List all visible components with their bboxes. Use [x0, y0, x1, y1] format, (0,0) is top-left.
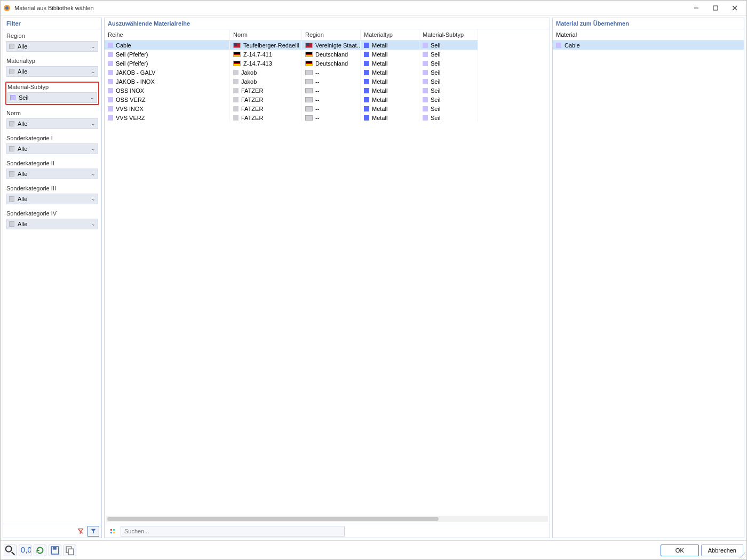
filter-sk1-combo[interactable]: Alle⌄ [6, 143, 98, 154]
close-button[interactable] [725, 1, 744, 15]
filter-sk3-combo[interactable]: Alle⌄ [6, 194, 98, 204]
svg-text:0,00: 0,00 [21, 545, 31, 554]
cell-region[interactable]: -- [302, 113, 361, 122]
column-header[interactable]: Norm [230, 29, 302, 41]
swatch-icon [10, 95, 15, 100]
cell-norm[interactable]: Teufelberger-Redaelli [230, 41, 302, 50]
tool-units-button[interactable]: 0,00 [19, 545, 31, 556]
swatch-icon [108, 115, 113, 121]
cell-reihe[interactable]: Seil (Pfeifer) [105, 59, 230, 68]
cancel-button[interactable]: Abbrechen [701, 545, 743, 556]
filter-norm-combo[interactable]: Alle⌄ [6, 118, 98, 129]
cell-typ[interactable]: Metall [361, 86, 419, 95]
flag-icon [233, 52, 241, 57]
cell-sub[interactable]: Seil [419, 86, 478, 95]
swatch-icon [423, 79, 428, 84]
cell-norm[interactable]: Jakob [230, 77, 302, 86]
cell-region[interactable]: Vereinigte Staat... [302, 41, 361, 50]
cell-reihe[interactable]: OSS VERZ [105, 95, 230, 104]
material-row[interactable]: Cable [553, 41, 744, 50]
cell-typ[interactable]: Metall [361, 77, 419, 86]
cell-typ[interactable]: Metall [361, 41, 419, 50]
filter-panel-title: Filter [3, 18, 101, 29]
swatch-icon [108, 97, 113, 102]
cell-text: Cable [116, 42, 131, 49]
svg-rect-15 [53, 547, 57, 550]
cell-norm[interactable]: FATZER [230, 113, 302, 122]
horizontal-scrollbar[interactable] [106, 516, 548, 522]
cell-reihe[interactable]: Seil (Pfeifer) [105, 50, 230, 59]
column-header[interactable]: Materialtyp [361, 29, 419, 41]
cell-reihe[interactable]: JAKOB - INOX [105, 77, 230, 86]
cell-typ[interactable]: Metall [361, 59, 419, 68]
tool-refresh-button[interactable] [34, 545, 46, 556]
column-header[interactable]: Material-Subtyp [419, 29, 478, 41]
cell-sub[interactable]: Seil [419, 95, 478, 104]
cell-reihe[interactable]: VVS VERZ [105, 113, 230, 122]
cell-reihe[interactable]: VVS INOX [105, 104, 230, 113]
cell-text: Deutschland [315, 51, 348, 58]
cell-reihe[interactable]: OSS INOX [105, 86, 230, 95]
filter-mattyp-combo[interactable]: Alle⌄ [6, 66, 98, 77]
swatch-icon [423, 43, 428, 48]
filter-sk4-combo[interactable]: Alle⌄ [6, 219, 98, 229]
cell-sub[interactable]: Seil [419, 50, 478, 59]
cell-norm[interactable]: Z-14.7-413 [230, 59, 302, 68]
cell-sub[interactable]: Seil [419, 59, 478, 68]
resize-grip[interactable] [739, 552, 745, 558]
clear-filter-button[interactable] [75, 526, 86, 537]
cell-text: VVS INOX [116, 106, 144, 112]
cell-reihe[interactable]: Cable [105, 41, 230, 50]
cell-norm[interactable]: FATZER [230, 104, 302, 113]
cell-region[interactable]: Deutschland [302, 50, 361, 59]
minimize-button[interactable] [687, 1, 706, 15]
ok-button[interactable]: OK [661, 545, 699, 556]
cell-norm[interactable]: FATZER [230, 86, 302, 95]
cell-norm[interactable]: Z-14.7-411 [230, 50, 302, 59]
filter-value: Alle [18, 43, 27, 50]
cell-region[interactable]: -- [302, 68, 361, 77]
cell-region[interactable]: -- [302, 86, 361, 95]
maximize-button[interactable] [706, 1, 725, 15]
filter-sk2-combo[interactable]: Alle⌄ [6, 169, 98, 179]
filter-matsub: Material-SubtypSeil⌄ [5, 82, 99, 105]
filter-value: Alle [18, 221, 27, 227]
search-input[interactable] [121, 526, 345, 537]
column-header[interactable]: Reihe [105, 29, 230, 41]
cell-region[interactable]: Deutschland [302, 59, 361, 68]
cell-sub[interactable]: Seil [419, 77, 478, 86]
cell-norm[interactable]: FATZER [230, 95, 302, 104]
cell-sub[interactable]: Seil [419, 113, 478, 122]
cell-typ[interactable]: Metall [361, 68, 419, 77]
swatch-icon [364, 88, 369, 93]
column-header[interactable]: Region [302, 29, 361, 41]
apply-filter-button[interactable] [88, 526, 99, 537]
cell-text: -- [315, 87, 319, 94]
group-toggle-button[interactable] [107, 526, 118, 537]
app-icon [3, 4, 11, 12]
swatch-icon [364, 52, 369, 57]
cell-norm[interactable]: Jakob [230, 68, 302, 77]
tool-copy-button[interactable] [63, 545, 76, 556]
cell-typ[interactable]: Metall [361, 95, 419, 104]
cell-reihe[interactable]: JAKOB - GALV [105, 68, 230, 77]
cell-sub[interactable]: Seil [419, 68, 478, 77]
tool-search-button[interactable] [4, 545, 17, 556]
svg-point-8 [113, 529, 115, 531]
swatch-icon [423, 115, 428, 121]
cell-region[interactable]: -- [302, 104, 361, 113]
cell-sub[interactable]: Seil [419, 104, 478, 113]
filter-matsub-combo[interactable]: Seil⌄ [7, 92, 97, 103]
svg-rect-17 [68, 549, 74, 555]
cell-typ[interactable]: Metall [361, 50, 419, 59]
swatch-icon [423, 106, 428, 111]
cell-region[interactable]: -- [302, 77, 361, 86]
filter-region-combo[interactable]: Alle⌄ [6, 41, 98, 52]
cell-typ[interactable]: Metall [361, 104, 419, 113]
cell-region[interactable]: -- [302, 95, 361, 104]
filter-label: Region [6, 33, 98, 39]
cell-typ[interactable]: Metall [361, 113, 419, 122]
cell-sub[interactable]: Seil [419, 41, 478, 50]
tool-save-button[interactable] [49, 545, 61, 556]
flag-icon [305, 79, 313, 84]
